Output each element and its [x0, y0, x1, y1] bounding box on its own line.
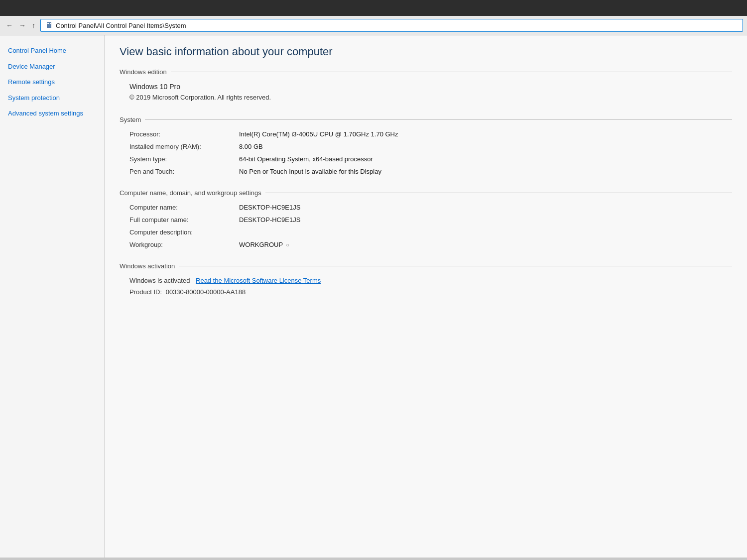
change-workgroup-button[interactable]: ○ [286, 242, 289, 248]
pen-touch-value: No Pen or Touch Input is available for t… [239, 168, 722, 175]
activation-details: Windows is activated Read the Microsoft … [120, 273, 732, 300]
page-title: View basic information about your comput… [120, 45, 732, 58]
windows-edition-value: Windows 10 Pro [129, 83, 180, 91]
windows-edition-section: Windows edition Windows 10 Pro © 2019 Mi… [120, 68, 732, 106]
computer-name-section: Computer name, domain, and workgroup set… [120, 189, 732, 252]
title-bar [0, 0, 747, 16]
address-bar[interactable]: 🖥 Control Panel\All Control Panel Items\… [40, 19, 743, 32]
activation-status: Windows is activated [129, 277, 190, 284]
processor-value: Intel(R) Core(TM) i3-4005U CPU @ 1.70GHz… [239, 130, 722, 138]
ram-label: Installed memory (RAM): [129, 143, 239, 150]
computer-name-label: Computer name: [129, 204, 239, 211]
product-id-label: Product ID: [129, 288, 162, 296]
windows-edition-header: Windows edition [120, 68, 732, 76]
pen-touch-label: Pen and Touch: [129, 168, 239, 175]
sidebar-item-system-protection[interactable]: System protection [0, 90, 104, 106]
computer-name-grid: Computer name: DESKTOP-HC9E1JS Full comp… [120, 200, 732, 252]
activation-status-row: Windows is activated Read the Microsoft … [129, 277, 722, 284]
back-button[interactable]: ← [4, 20, 15, 30]
windows-activation-section: Windows activation Windows is activated … [120, 262, 732, 300]
main-layout: Control Panel Home Device Manager Remote… [0, 35, 747, 558]
system-type-label: System type: [129, 155, 239, 163]
system-section: System Processor: Intel(R) Core(TM) i3-4… [120, 116, 732, 179]
system-header: System [120, 116, 732, 123]
full-name-value: DESKTOP-HC9E1JS [239, 216, 722, 224]
system-type-value: 64-bit Operating System, x64-based proce… [239, 155, 722, 163]
up-button[interactable]: ↑ [30, 20, 37, 30]
full-name-label: Full computer name: [129, 216, 239, 224]
nav-buttons: ← → ↑ [4, 20, 37, 30]
sidebar: Control Panel Home Device Manager Remote… [0, 35, 105, 558]
description-label: Computer description: [129, 228, 239, 236]
sidebar-item-control-panel-home[interactable]: Control Panel Home [0, 43, 104, 59]
sidebar-item-advanced-system-settings[interactable]: Advanced system settings [0, 106, 104, 121]
processor-label: Processor: [129, 130, 239, 138]
license-terms-link[interactable]: Read the Microsoft Software License Term… [196, 277, 321, 284]
sidebar-item-remote-settings[interactable]: Remote settings [0, 74, 104, 90]
workgroup-label: Workgroup: [129, 241, 239, 248]
windows-activation-header: Windows activation [120, 262, 732, 270]
address-bar-text: Control Panel\All Control Panel Items\Sy… [56, 22, 186, 29]
monitor-icon: 🖥 [45, 21, 53, 30]
description-value [239, 228, 722, 236]
content-area: View basic information about your comput… [105, 35, 747, 558]
edition-row: Windows 10 Pro [120, 79, 732, 93]
computer-name-header: Computer name, domain, and workgroup set… [120, 189, 732, 197]
product-id-row: Product ID: 00330-80000-00000-AA188 [129, 288, 722, 296]
forward-button[interactable]: → [17, 20, 28, 30]
computer-name-value: DESKTOP-HC9E1JS [239, 204, 722, 211]
workgroup-value: WORKGROUP ○ [239, 241, 722, 248]
address-bar-container: ← → ↑ 🖥 Control Panel\All Control Panel … [0, 16, 747, 35]
copyright-text: © 2019 Microsoft Corporation. All rights… [120, 93, 732, 106]
ram-value: 8.00 GB [239, 143, 722, 150]
sidebar-item-device-manager[interactable]: Device Manager [0, 59, 104, 75]
system-info-grid: Processor: Intel(R) Core(TM) i3-4005U CP… [120, 126, 732, 179]
product-id-value: 00330-80000-00000-AA188 [166, 288, 246, 296]
